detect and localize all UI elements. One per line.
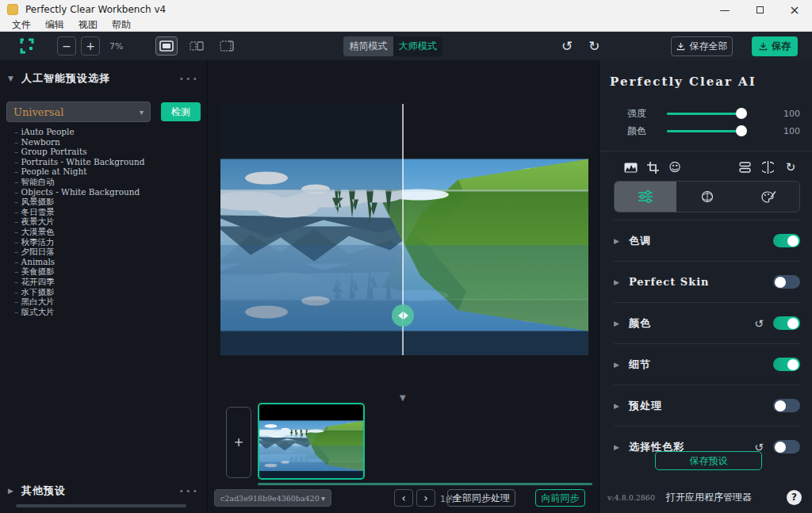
sync-forward-button[interactable]: 向前同步 — [535, 489, 585, 507]
presets-panel: ▼ 人工智能预设选择 ••• Universal ▾ 检测 iAuto Peop… — [0, 60, 208, 513]
zoom-out-button[interactable]: − — [57, 36, 76, 56]
preset-item[interactable]: Newborn — [14, 137, 201, 147]
slider-track[interactable] — [667, 130, 742, 132]
slider-knob[interactable] — [736, 108, 747, 119]
slider-label: 强度 — [599, 107, 647, 121]
section-label: 色调 — [629, 234, 651, 248]
crop-icon[interactable] — [644, 159, 661, 176]
toggle-knob — [775, 442, 786, 453]
split-view-button[interactable] — [186, 36, 208, 56]
tab-paint[interactable] — [737, 182, 799, 212]
maximize-button[interactable] — [742, 0, 777, 19]
more-options-icon[interactable]: ••• — [179, 74, 199, 84]
filename-label: c2ad3e918b9e4360ba420 — [220, 494, 320, 503]
open-app-manager-link[interactable]: 打开应用程序管理器 — [666, 491, 752, 504]
slider-row: 强度100 — [599, 105, 812, 122]
simple-mode-tab[interactable]: 精简模式 — [343, 36, 393, 56]
preset-item[interactable]: Animals — [14, 257, 201, 267]
add-image-button[interactable]: + — [226, 407, 251, 478]
slider-value: 100 — [783, 126, 800, 136]
section-list: ▶色调▶Perfect Skin▶颜色↺▶细节▶预处理▶选择性色彩↺ — [614, 220, 800, 467]
minimize-button[interactable]: — — [707, 0, 742, 19]
filmstrip-collapse-icon[interactable]: ▼ — [400, 393, 406, 402]
expand-icon[interactable]: ▶ — [614, 361, 619, 369]
menu-item[interactable]: 文件 — [6, 18, 36, 32]
preset-item[interactable]: 美食摄影 — [14, 266, 201, 277]
next-image-button[interactable]: › — [416, 489, 435, 507]
detect-button[interactable]: 检测 — [161, 102, 201, 121]
split-horizontal-icon[interactable] — [736, 159, 753, 176]
tab-adjustments[interactable] — [615, 182, 676, 212]
arrow-left-icon — [398, 312, 403, 320]
thumbnail-selected[interactable] — [258, 403, 365, 480]
preprocess-toggle[interactable] — [773, 399, 800, 412]
selective-color-toggle[interactable] — [773, 440, 800, 454]
more-options-icon[interactable]: ••• — [179, 486, 199, 496]
prev-image-button[interactable]: ‹ — [394, 489, 413, 507]
preset-item[interactable]: Group Portraits — [14, 147, 201, 157]
single-view-button[interactable] — [155, 36, 178, 56]
expand-icon[interactable]: ▶ — [614, 320, 619, 327]
preset-item[interactable]: 冬日雪景 — [14, 207, 201, 217]
preset-dropdown[interactable]: Universal ▾ — [6, 101, 151, 122]
expand-icon[interactable]: ▶ — [614, 237, 619, 245]
undo-icon[interactable]: ↺ — [561, 38, 573, 54]
split-vertical-icon[interactable] — [759, 159, 776, 176]
preset-item[interactable]: 夕阳日落 — [14, 247, 201, 257]
other-presets-header[interactable]: ▶ 其他预设 ••• — [8, 484, 199, 498]
tab-retouch[interactable] — [676, 182, 738, 212]
preview-image[interactable] — [220, 104, 588, 355]
color-toggle[interactable] — [773, 316, 800, 330]
perfect-skin-toggle[interactable] — [773, 275, 800, 289]
before-after-view-button[interactable] — [216, 36, 238, 56]
menu-item[interactable]: 视图 — [73, 18, 103, 32]
face-smiley-icon[interactable]: ☺ — [666, 159, 684, 176]
toggle-knob — [775, 277, 786, 288]
save-all-button[interactable]: 保存全部 — [671, 36, 733, 56]
preset-item[interactable]: 智能自动 — [14, 177, 201, 187]
details-toggle[interactable] — [773, 358, 800, 371]
preset-item[interactable]: 水下摄影 — [14, 287, 201, 297]
reset-icon[interactable]: ↺ — [754, 317, 764, 330]
before-after-slider-handle[interactable] — [392, 304, 414, 327]
expand-icon[interactable]: ▶ — [614, 402, 619, 410]
menu-item[interactable]: 帮助 — [106, 18, 136, 32]
preset-item[interactable]: 版式大片 — [14, 307, 201, 317]
help-button[interactable]: ? — [787, 490, 802, 505]
close-button[interactable]: × — [777, 0, 812, 19]
ai-presets-header[interactable]: ▼ 人工智能预设选择 ••• — [8, 71, 199, 86]
rotate-icon[interactable]: ↻ — [782, 159, 799, 176]
sync-all-button[interactable]: 全部同步处理 — [447, 489, 515, 507]
menu-item[interactable]: 编辑 — [40, 18, 70, 32]
preset-item[interactable]: Portraits - White Background — [14, 157, 201, 167]
filename-dropdown[interactable]: c2ad3e918b9e4360ba420 ▾ — [214, 489, 331, 507]
preset-item[interactable]: Objects - White Background — [14, 187, 201, 197]
expand-icon[interactable]: ▶ — [614, 443, 619, 451]
preset-item[interactable]: 花开四季 — [14, 277, 201, 287]
slider-value: 100 — [783, 109, 800, 119]
preset-item[interactable]: 黑白大片 — [14, 297, 201, 307]
titlebar: Perfectly Clear Workbench v4 — × — [0, 0, 812, 19]
preset-item[interactable]: People at Night — [14, 167, 201, 177]
tone-toggle[interactable] — [773, 234, 800, 247]
preset-item[interactable]: 秋季活力 — [14, 237, 201, 247]
redo-icon[interactable]: ↻ — [588, 38, 599, 54]
toggle-knob — [787, 359, 799, 370]
slider-fill — [667, 130, 742, 132]
zoom-level: 7% — [109, 41, 132, 52]
preset-item[interactable]: 大漠景色 — [14, 227, 201, 237]
filmstrip-scrollbar[interactable] — [258, 483, 592, 485]
preset-item[interactable]: 风景摄影 — [14, 197, 201, 207]
histogram-icon[interactable] — [622, 159, 639, 176]
master-mode-tab[interactable]: 大师模式 — [393, 36, 443, 56]
preset-dropdown-value: Universal — [13, 106, 63, 118]
slider-track[interactable] — [667, 113, 742, 115]
save-preset-button[interactable]: 保存预设 — [655, 451, 762, 470]
expand-icon[interactable]: ▶ — [614, 278, 619, 286]
preset-item[interactable]: iAuto People — [14, 127, 201, 137]
save-button[interactable]: 保存 — [752, 36, 798, 56]
zoom-in-button[interactable]: + — [81, 36, 100, 56]
preset-item[interactable]: 夜景大片 — [14, 216, 201, 227]
horizontal-scrollbar[interactable] — [16, 504, 186, 507]
slider-knob[interactable] — [736, 125, 747, 136]
